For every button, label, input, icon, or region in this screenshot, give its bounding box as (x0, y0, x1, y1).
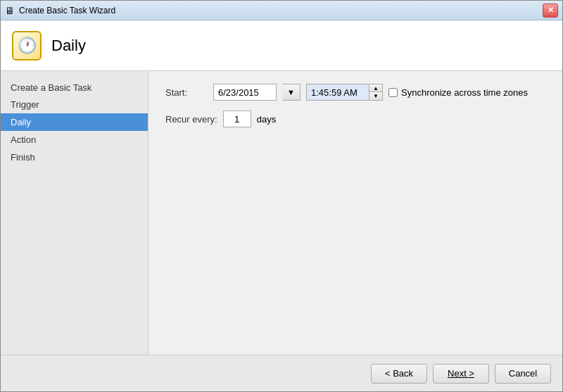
header-section: 🕐 Daily (1, 20, 562, 71)
recur-input[interactable] (223, 110, 251, 127)
content-area: Create a Basic Task Trigger Daily Action… (1, 71, 562, 355)
calendar-button[interactable]: ▼ (282, 84, 301, 101)
days-label: days (257, 114, 276, 125)
time-spin-up[interactable]: ▲ (369, 84, 382, 92)
clock-icon: 🕐 (18, 37, 37, 55)
sidebar-section-label: Create a Basic Task (1, 80, 148, 96)
back-button[interactable]: < Back (371, 364, 427, 384)
title-bar-left: 🖥 Create Basic Task Wizard (5, 5, 115, 16)
date-input[interactable] (213, 84, 277, 101)
sidebar-item-action[interactable]: Action (1, 131, 148, 148)
time-input[interactable] (306, 84, 369, 101)
title-bar-title: Create Basic Task Wizard (19, 6, 115, 15)
title-bar: 🖥 Create Basic Task Wizard ✕ (1, 1, 562, 20)
header-title: Daily (51, 37, 86, 55)
recur-row: Recur every: days (165, 110, 545, 127)
header-icon: 🕐 (12, 31, 42, 61)
footer: < Back Next > Cancel (1, 355, 562, 391)
main-window: 🖥 Create Basic Task Wizard ✕ 🕐 Daily Cre… (0, 0, 563, 392)
time-spin-down[interactable]: ▼ (369, 92, 382, 100)
sidebar-item-trigger[interactable]: Trigger (1, 96, 148, 113)
time-group: ▲ ▼ (306, 84, 383, 101)
start-label: Start: (165, 87, 208, 98)
sidebar-item-daily[interactable]: Daily (1, 113, 148, 131)
sidebar-item-finish[interactable]: Finish (1, 148, 148, 166)
sync-checkbox[interactable] (388, 88, 398, 97)
sidebar: Create a Basic Task Trigger Daily Action… (1, 71, 148, 355)
sync-checkbox-group: Synchronize across time zones (388, 87, 528, 98)
close-button[interactable]: ✕ (543, 4, 558, 18)
recur-label: Recur every: (165, 114, 217, 125)
sync-label[interactable]: Synchronize across time zones (401, 87, 528, 98)
main-content: Start: ▼ ▲ ▼ Synchronize across time zon… (148, 71, 562, 355)
cancel-button[interactable]: Cancel (495, 364, 551, 384)
time-spinner: ▲ ▼ (369, 84, 383, 101)
title-bar-icon: 🖥 (5, 5, 15, 16)
next-button[interactable]: Next > (433, 364, 489, 384)
start-row: Start: ▼ ▲ ▼ Synchronize across time zon… (165, 84, 545, 101)
